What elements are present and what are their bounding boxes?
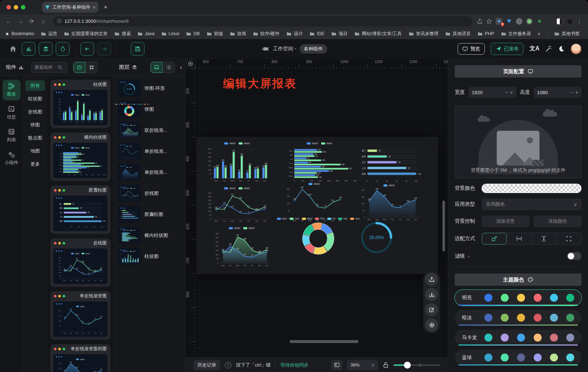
thumbnail-view-button[interactable] <box>151 62 163 73</box>
close-window-button[interactable] <box>7 5 11 9</box>
component-card[interactable]: 单折线渐变图 data1050100150200MonTueWedThuFriS… <box>50 291 110 340</box>
extension-pin-icon[interactable] <box>506 18 512 25</box>
width-stepper[interactable]: 1920−+ <box>469 87 516 98</box>
category-4[interactable]: 散点图 <box>25 133 45 143</box>
category-5[interactable]: 地图 <box>25 146 45 156</box>
filter-toggle[interactable] <box>567 252 581 260</box>
width-value[interactable]: 1920 <box>472 90 503 95</box>
bookmark-star-icon[interactable] <box>486 18 492 24</box>
canvas-chart-component[interactable]: data1data2050100150200250300350Mon120136… <box>282 142 357 184</box>
fit-stretch-button[interactable] <box>556 233 581 244</box>
new-tab-button[interactable]: + <box>104 3 108 11</box>
layer-item[interactable]: 25.00%饼图-环形 <box>118 80 181 97</box>
home-icon[interactable] <box>9 45 17 53</box>
app-type-select[interactable]: 应用颜色∨ <box>482 198 581 210</box>
edit-button[interactable] <box>425 303 438 316</box>
grid-view-button[interactable] <box>85 62 97 73</box>
list-view-button[interactable] <box>163 62 175 73</box>
zoom-slider[interactable] <box>394 364 440 366</box>
layer-item[interactable]: data1data2050100150200250300350MonTueWed… <box>118 122 181 139</box>
zoom-slider-knob[interactable] <box>404 361 411 368</box>
magic-wand-icon[interactable] <box>545 45 552 52</box>
chrome-menu-icon[interactable]: ⋮ <box>577 18 582 25</box>
bookmark-folder[interactable]: 近期需要读的文章 <box>64 31 108 37</box>
layer-item[interactable]: data1050100150200MonTueWedThuFriSatSun12… <box>118 164 181 181</box>
bookmark-folder[interactable]: 设计 <box>286 31 303 37</box>
panel-layout-button[interactable] <box>331 360 342 370</box>
canvas-area[interactable]: 6007008009001000110012001300 20030040050… <box>185 59 448 358</box>
bookmark-folder[interactable]: 项目 <box>331 31 348 37</box>
bookmark-folder[interactable]: 文件服务器 <box>501 31 531 37</box>
address-bar[interactable]: ⓘ 127.0.0.1:3000/#/chart/home/9 <box>53 16 472 26</box>
bookmark-folder[interactable]: DB <box>186 31 200 37</box>
extension-bw-icon[interactable] <box>556 18 563 25</box>
bookmark-folder[interactable]: 游戏 <box>230 31 246 37</box>
back-icon[interactable]: ← <box>4 16 14 26</box>
bookmark-folder[interactable]: 搜索 <box>114 31 131 37</box>
decrease-width-button[interactable]: − <box>505 89 508 95</box>
extension-pinwheel-icon[interactable]: ✱ <box>546 18 553 25</box>
undo-button[interactable] <box>80 42 94 56</box>
bookmark-folder[interactable]: Java <box>138 31 154 37</box>
canvas-chart-component[interactable]: MonTueWedThuFriSatSun <box>285 217 351 257</box>
background-upload-dropzone[interactable]: 背景图需小于 5M ，格式为 png/jpg/gif 的文件 <box>455 106 581 178</box>
translate-icon[interactable]: 文A <box>529 45 539 53</box>
bookmark-folder[interactable]: 其他语言 <box>445 31 471 37</box>
bookmarks-overflow-icon[interactable]: » <box>538 31 540 36</box>
canvas-chart-component[interactable]: data1data2050100150200250300350MonTueWed… <box>211 227 272 269</box>
charts-panel-toggle-button[interactable] <box>22 42 35 56</box>
canvas-chart-component[interactable]: data1data2050100150200250300350MonTueWed… <box>203 187 271 224</box>
layers-panel-toggle-button[interactable] <box>39 42 52 56</box>
increase-width-button[interactable]: + <box>510 89 513 95</box>
theme-row-蓝绿[interactable]: 蓝绿 <box>455 350 581 365</box>
component-card[interactable]: 柱状图 data1data2050100150200250300350MonTu… <box>50 80 110 128</box>
canvas-text-component[interactable]: 编辑大屏报表 <box>223 76 297 91</box>
component-card[interactable]: 单折线渐变面积图 data1050100150200MonTueWedThuFr… <box>50 344 110 372</box>
theme-row-马卡龙[interactable]: 马卡龙 <box>455 330 581 346</box>
fit-height-button[interactable] <box>532 233 556 244</box>
profile-emoji-icon[interactable]: 😀 <box>567 18 573 25</box>
bookmark-folder[interactable]: PHP <box>478 31 494 37</box>
publish-button[interactable]: 已发布 <box>491 43 524 55</box>
lock-open-icon[interactable] <box>383 362 389 368</box>
minimize-window-button[interactable] <box>14 5 18 9</box>
ruler-toggle-eye-icon[interactable] <box>185 59 196 69</box>
layer-item[interactable]: data1050100150200MonTueWedThuFriSatSun12… <box>118 143 181 160</box>
user-avatar[interactable] <box>571 43 581 54</box>
zoom-select[interactable]: 36%∨ <box>347 360 378 370</box>
export-button[interactable] <box>425 273 438 286</box>
redo-button[interactable] <box>97 42 111 56</box>
bookmark-folder[interactable]: Linux <box>161 31 180 37</box>
help-icon[interactable]: ? <box>225 362 231 368</box>
dashboard-board[interactable]: data1data2050100150200250300350MonTueWed… <box>196 137 438 274</box>
site-info-icon[interactable]: ⓘ <box>57 18 62 24</box>
fit-scale-button[interactable] <box>482 233 507 244</box>
settings-button[interactable] <box>425 318 438 331</box>
increase-height-button[interactable]: + <box>575 89 578 95</box>
clear-color-button[interactable]: 清除颜色 <box>534 216 581 227</box>
bookmark-folder[interactable]: 运营 <box>41 31 57 37</box>
category-3[interactable]: 饼图 <box>25 120 45 130</box>
category-2[interactable]: 折线图 <box>25 106 45 117</box>
bookmark-folder[interactable]: IDE <box>310 31 324 37</box>
theme-color-header[interactable]: 主题颜色 <box>455 273 581 286</box>
layer-item[interactable]: 厦门20南阳40北京60上海80新疆100020406080100胶囊柱图 <box>118 206 181 223</box>
reload-icon[interactable]: ⟳ <box>27 16 37 26</box>
component-card[interactable]: 折线图 data1data2050100150200250300350MonTu… <box>50 238 110 287</box>
bookmark-other[interactable]: 其他书签 <box>554 31 580 37</box>
maximize-window-button[interactable] <box>21 5 25 9</box>
toolbox-view-button[interactable] <box>74 62 85 73</box>
bookmark-folder[interactable]: 前端 <box>207 31 223 37</box>
component-card[interactable]: 胶囊柱图 厦门20南阳40北京60上海80新疆100020406080100 <box>50 185 110 234</box>
save-button[interactable] <box>131 42 144 56</box>
bg-color-swatch[interactable] <box>482 184 581 193</box>
component-search[interactable] <box>31 62 67 73</box>
collapse-panel-icon[interactable]: ‹ <box>180 64 182 71</box>
category-1[interactable]: 柱状图 <box>25 93 45 104</box>
preview-button[interactable]: 预览 <box>458 43 485 55</box>
extension-green-icon[interactable] <box>526 18 533 25</box>
category-0[interactable]: 所有 <box>25 80 45 91</box>
decrease-height-button[interactable]: − <box>570 89 573 95</box>
extension-icon[interactable]: 9 <box>496 18 502 25</box>
canvas-chart-component[interactable]: data1data2050100150200250300350MonTueWed… <box>203 142 271 184</box>
